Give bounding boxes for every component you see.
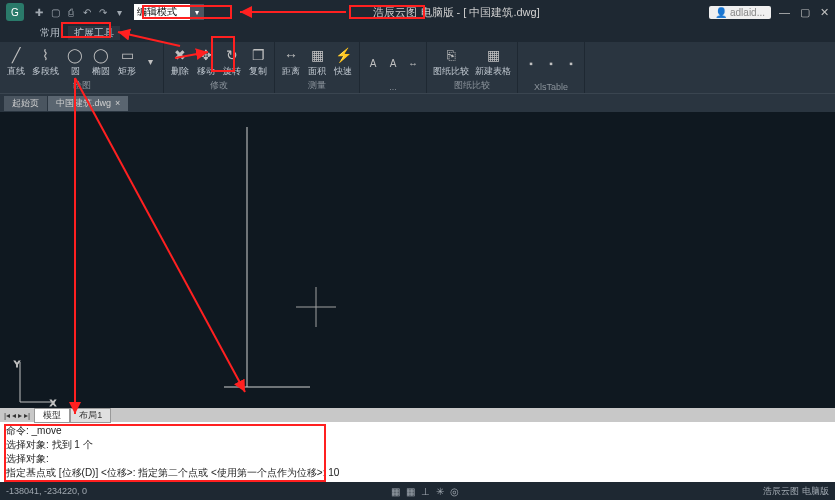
app-logo: G bbox=[6, 3, 24, 21]
distance-icon: ↔ bbox=[282, 46, 300, 64]
copy-icon: ❐ bbox=[249, 46, 267, 64]
grid-icon[interactable]: ▦ bbox=[406, 486, 415, 497]
quick-button[interactable]: ⚡快速 bbox=[331, 44, 355, 79]
close-icon[interactable]: ✕ bbox=[820, 6, 829, 19]
doctab-file[interactable]: 中国建筑.dwg × bbox=[48, 96, 128, 111]
dim-icon: A bbox=[366, 56, 380, 70]
dim-icon: A bbox=[386, 56, 400, 70]
user-badge[interactable]: 👤 adlaid... bbox=[709, 6, 771, 19]
file-name: 中国建筑.dwg] bbox=[469, 6, 539, 18]
cmd-line: 选择对象: bbox=[6, 452, 829, 466]
polyline-button[interactable]: ⌇多段线 bbox=[30, 44, 61, 79]
ribbon-group-measure: ↔距离 ▦面积 ⚡快速 测量 bbox=[275, 42, 360, 93]
compare-icon: ⎘ bbox=[442, 46, 460, 64]
dim1-button[interactable]: A bbox=[364, 44, 382, 82]
xls1-button[interactable]: ▪ bbox=[522, 44, 540, 82]
xls-icon: ▪ bbox=[544, 56, 558, 70]
ellipse-button[interactable]: ◯椭圆 bbox=[89, 44, 113, 79]
close-icon[interactable]: × bbox=[115, 98, 120, 108]
rotate-icon: ↻ bbox=[223, 46, 241, 64]
ortho-icon[interactable]: ⊥ bbox=[421, 486, 430, 497]
circle-icon: ◯ bbox=[66, 46, 84, 64]
search-input[interactable] bbox=[134, 7, 190, 18]
coordinate-readout: -138041, -234220, 0 bbox=[6, 486, 87, 496]
tab-layout1[interactable]: 布局1 bbox=[70, 408, 111, 423]
rect-button[interactable]: ▭矩形 bbox=[115, 44, 139, 79]
group-label: XlsTable bbox=[522, 82, 580, 93]
prev-icon[interactable]: ◂ bbox=[12, 411, 16, 420]
line-button[interactable]: ╱直线 bbox=[4, 44, 28, 79]
drawing-canvas[interactable]: Y X bbox=[0, 112, 835, 408]
move-icon: ✥ bbox=[197, 46, 215, 64]
delete-button[interactable]: ✖删除 bbox=[168, 44, 192, 79]
window-title: 浩辰云图 电脑版 - [ 中国建筑.dwg] bbox=[204, 5, 709, 20]
command-line[interactable]: 命令: _move 选择对象: 找到 1 个 选择对象: 指定基点或 [位移(D… bbox=[0, 422, 835, 482]
doctab-start[interactable]: 起始页 bbox=[4, 96, 47, 111]
dim3-button[interactable]: ↔ bbox=[404, 44, 422, 82]
document-tabs: 起始页 中国建筑.dwg × bbox=[0, 94, 835, 112]
dim-icon: ↔ bbox=[406, 56, 420, 70]
more-icon[interactable]: ▾ bbox=[112, 5, 126, 19]
new-icon[interactable]: ✚ bbox=[32, 5, 46, 19]
search-box: ▾ bbox=[134, 4, 204, 20]
area-icon: ▦ bbox=[308, 46, 326, 64]
delete-icon: ✖ bbox=[171, 46, 189, 64]
more-draw-button[interactable]: ▾ bbox=[141, 44, 159, 79]
ribbon-group-dim: A A ↔ ... bbox=[360, 42, 427, 93]
circle-button[interactable]: ◯圆 bbox=[63, 44, 87, 79]
xls3-button[interactable]: ▪ bbox=[562, 44, 580, 82]
status-right: 浩辰云图 电脑版 bbox=[763, 485, 829, 498]
svg-text:Y: Y bbox=[14, 359, 20, 369]
tab-nav: |◂ ◂ ▸ ▸| bbox=[0, 411, 34, 420]
compare-button[interactable]: ⎘图纸比较 bbox=[431, 44, 471, 79]
app-name: 浩辰云图 电脑版 bbox=[373, 6, 453, 18]
ellipse-icon: ◯ bbox=[92, 46, 110, 64]
group-label: 绘图 bbox=[4, 79, 159, 93]
open-icon[interactable]: ▢ bbox=[48, 5, 62, 19]
group-label: 测量 bbox=[279, 79, 355, 93]
polyline-icon: ⌇ bbox=[37, 46, 55, 64]
last-icon[interactable]: ▸| bbox=[24, 411, 30, 420]
xls2-button[interactable]: ▪ bbox=[542, 44, 560, 82]
cmd-line: 选择对象: 找到 1 个 bbox=[6, 438, 829, 452]
tab-common[interactable]: 常用 bbox=[34, 26, 66, 40]
ribbon-group-xls: ▪ ▪ ▪ XlsTable bbox=[518, 42, 585, 93]
tab-model[interactable]: 模型 bbox=[34, 408, 70, 423]
chevron-down-icon: ▾ bbox=[143, 55, 157, 69]
rotate-button[interactable]: ↻旋转 bbox=[220, 44, 244, 79]
title-bar: G ✚ ▢ ⎙ ↶ ↷ ▾ ▾ 浩辰云图 电脑版 - [ 中国建筑.dwg] 👤… bbox=[0, 0, 835, 24]
osnap-icon[interactable]: ◎ bbox=[450, 486, 459, 497]
window-controls: — ▢ ✕ bbox=[779, 6, 829, 19]
next-icon[interactable]: ▸ bbox=[18, 411, 22, 420]
layout-tabs: |◂ ◂ ▸ ▸| 模型 布局1 bbox=[0, 408, 835, 422]
copy-button[interactable]: ❐复制 bbox=[246, 44, 270, 79]
first-icon[interactable]: |◂ bbox=[4, 411, 10, 420]
snap-icon[interactable]: ▦ bbox=[391, 486, 400, 497]
xls-icon: ▪ bbox=[524, 56, 538, 70]
move-button[interactable]: ✥移动 bbox=[194, 44, 218, 79]
newtable-button[interactable]: ▦新建表格 bbox=[473, 44, 513, 79]
distance-button[interactable]: ↔距离 bbox=[279, 44, 303, 79]
line-icon: ╱ bbox=[7, 46, 25, 64]
area-button[interactable]: ▦面积 bbox=[305, 44, 329, 79]
group-label: 图纸比较 bbox=[431, 79, 513, 93]
search-dropdown-icon[interactable]: ▾ bbox=[190, 4, 204, 20]
ribbon-group-modify: ✖删除 ✥移动 ↻旋转 ❐复制 修改 bbox=[164, 42, 275, 93]
group-label: 修改 bbox=[168, 79, 270, 93]
menu-tabs: 常用 扩展工具 bbox=[0, 24, 835, 42]
save-icon[interactable]: ⎙ bbox=[64, 5, 78, 19]
group-label: ... bbox=[364, 82, 422, 93]
polar-icon[interactable]: ✳ bbox=[436, 486, 444, 497]
redo-icon[interactable]: ↷ bbox=[96, 5, 110, 19]
undo-icon[interactable]: ↶ bbox=[80, 5, 94, 19]
xls-icon: ▪ bbox=[564, 56, 578, 70]
cmd-line: 命令: _move bbox=[6, 424, 829, 438]
minimize-icon[interactable]: — bbox=[779, 6, 790, 19]
dim2-button[interactable]: A bbox=[384, 44, 402, 82]
maximize-icon[interactable]: ▢ bbox=[800, 6, 810, 19]
ribbon: ╱直线 ⌇多段线 ◯圆 ◯椭圆 ▭矩形 ▾ 绘图 ✖删除 ✥移动 ↻旋转 ❐复制… bbox=[0, 42, 835, 94]
ribbon-group-draw: ╱直线 ⌇多段线 ◯圆 ◯椭圆 ▭矩形 ▾ 绘图 bbox=[0, 42, 164, 93]
svg-text:X: X bbox=[50, 398, 56, 408]
table-icon: ▦ bbox=[484, 46, 502, 64]
tab-extend-tools[interactable]: 扩展工具 bbox=[68, 26, 120, 40]
